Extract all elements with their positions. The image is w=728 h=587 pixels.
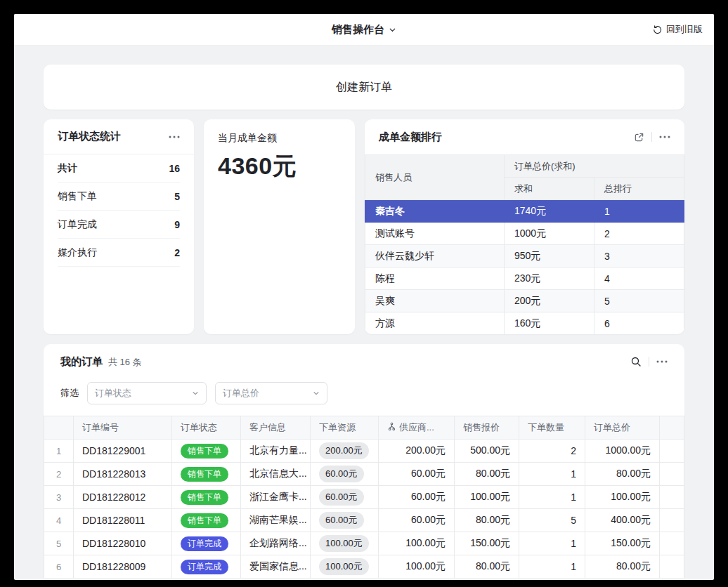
filter-select-2[interactable]: 订单总价 bbox=[215, 382, 327, 404]
order-id: DD181228013 bbox=[74, 463, 172, 486]
supplier-price: 100.00元 bbox=[379, 532, 455, 555]
row-stub bbox=[660, 440, 684, 463]
resource-pill: 100.00元 bbox=[319, 558, 369, 575]
order-quantity: 5 bbox=[519, 509, 585, 532]
row-stub bbox=[660, 532, 684, 555]
ranking-row[interactable]: 测试账号1000元2 bbox=[365, 223, 684, 245]
table-row[interactable]: 1DD181229001销售下单北京有力量...200.00元200.00元50… bbox=[44, 440, 684, 463]
order-status: 订单完成 bbox=[172, 532, 241, 555]
filter-placeholder: 订单状态 bbox=[95, 387, 131, 400]
status-label: 销售下单 bbox=[58, 190, 97, 203]
order-resource: 60.00元 bbox=[311, 463, 379, 486]
sales-quote: 150.00元 bbox=[455, 532, 519, 555]
search-icon[interactable] bbox=[630, 356, 642, 367]
rank-position: 4 bbox=[594, 268, 684, 290]
rank-position: 6 bbox=[594, 312, 684, 335]
ranking-row[interactable]: 方源160元6 bbox=[365, 312, 684, 335]
order-quantity: 1 bbox=[519, 532, 585, 555]
table-row[interactable]: 4DD181228011销售下单湖南芒果娱...60.00元60.00元80.0… bbox=[44, 509, 684, 532]
order-id: DD181228010 bbox=[74, 532, 172, 555]
row-number: 5 bbox=[44, 532, 74, 555]
ranking-col-salesperson[interactable]: 销售人员 bbox=[365, 155, 505, 200]
column-header[interactable]: 订单状态 bbox=[172, 416, 241, 440]
column-row-number bbox=[44, 416, 74, 440]
resource-pill: 60.00元 bbox=[319, 466, 364, 482]
column-header[interactable]: 订单总价 bbox=[585, 416, 660, 440]
table-row[interactable]: 5DD181228010订单完成企划路网络...100.00元100.00元15… bbox=[44, 532, 684, 555]
create-order-button[interactable]: 创建新订单 bbox=[44, 65, 684, 110]
column-header[interactable]: 下单资源 bbox=[311, 416, 379, 440]
rank-position: 3 bbox=[594, 245, 684, 268]
icon-divider bbox=[651, 132, 652, 142]
status-badge: 销售下单 bbox=[181, 513, 228, 528]
status-value: 16 bbox=[169, 163, 180, 174]
ranking-col-total[interactable]: 订单总价(求和) bbox=[505, 155, 684, 178]
order-total: 80.00元 bbox=[585, 463, 660, 486]
order-status: 订单完成 bbox=[172, 555, 241, 579]
resource-pill: 60.00元 bbox=[319, 489, 364, 506]
column-header[interactable]: 供应商... bbox=[379, 416, 455, 440]
row-number: 6 bbox=[44, 555, 74, 579]
order-id: DD181228011 bbox=[74, 509, 172, 532]
status-badge: 订单完成 bbox=[181, 560, 228, 574]
filter-select-1[interactable]: 订单状态 bbox=[87, 382, 207, 404]
supplier-price: 200.00元 bbox=[379, 440, 455, 463]
resource-pill: 100.00元 bbox=[319, 535, 369, 552]
more-icon[interactable] bbox=[656, 360, 668, 363]
more-icon[interactable] bbox=[659, 136, 670, 138]
column-header[interactable]: 订单编号 bbox=[74, 416, 172, 440]
status-row[interactable]: 销售下单5 bbox=[58, 183, 180, 211]
order-quantity: 2 bbox=[519, 440, 585, 463]
ranking-row[interactable]: 伙伴云魏少轩950元3 bbox=[365, 245, 684, 268]
rank-name: 方源 bbox=[365, 312, 505, 335]
ranking-table: 销售人员 订单总价(求和) 求和 总排行 秦吉冬1740元1测试账号1000元2… bbox=[365, 154, 684, 334]
row-stub bbox=[660, 463, 684, 486]
table-row[interactable]: 6DD181228009订单完成爱国家信息...100.00元100.00元80… bbox=[44, 555, 684, 579]
ranking-col-sum[interactable]: 求和 bbox=[505, 178, 594, 200]
status-label: 共计 bbox=[58, 162, 77, 175]
column-label: 订单总价 bbox=[594, 422, 630, 433]
status-label: 订单完成 bbox=[58, 218, 97, 231]
column-label: 下单数量 bbox=[528, 422, 564, 433]
table-row[interactable]: 3DD181228012销售下单浙江金鹰卡...60.00元60.00元100.… bbox=[44, 486, 684, 509]
order-status: 销售下单 bbox=[172, 463, 241, 486]
rank-amount: 200元 bbox=[505, 290, 594, 312]
chevron-down-icon bbox=[389, 26, 396, 34]
more-icon[interactable] bbox=[169, 136, 180, 138]
rank-name: 秦吉冬 bbox=[365, 200, 505, 223]
status-badge: 销售下单 bbox=[181, 467, 228, 482]
ranking-row[interactable]: 秦吉冬1740元1 bbox=[365, 200, 684, 223]
table-row[interactable]: 2DD181228013销售下单北京信息大...60.00元60.00元80.0… bbox=[44, 463, 684, 486]
orders-table: 订单编号订单状态客户信息下单资源供应商...销售报价下单数量订单总价 1DD18… bbox=[44, 416, 684, 579]
order-status: 销售下单 bbox=[172, 509, 241, 532]
workspace-title-dropdown[interactable]: 销售操作台 bbox=[332, 23, 396, 37]
column-label: 销售报价 bbox=[463, 422, 500, 433]
row-number: 4 bbox=[44, 509, 74, 532]
column-header[interactable]: 下单数量 bbox=[519, 416, 585, 440]
status-row[interactable]: 媒介执行2 bbox=[58, 239, 180, 267]
status-list: 共计16销售下单5订单完成9媒介执行2 bbox=[44, 154, 194, 267]
orders-table-body: 1DD181229001销售下单北京有力量...200.00元200.00元50… bbox=[44, 440, 684, 579]
filter-placeholder: 订单总价 bbox=[223, 387, 259, 400]
ranking-row[interactable]: 吴爽200元5 bbox=[365, 290, 684, 312]
status-row[interactable]: 订单完成9 bbox=[58, 211, 180, 239]
amount-value: 4360元 bbox=[218, 150, 341, 183]
ranking-col-rank[interactable]: 总排行 bbox=[594, 178, 684, 200]
status-row[interactable]: 共计16 bbox=[58, 154, 180, 183]
order-quantity: 1 bbox=[519, 555, 585, 579]
column-header[interactable]: 销售报价 bbox=[455, 416, 519, 440]
resource-pill: 200.00元 bbox=[319, 442, 369, 459]
order-resource: 100.00元 bbox=[311, 532, 379, 555]
order-resource: 100.00元 bbox=[311, 555, 379, 579]
ranking-row[interactable]: 陈程230元4 bbox=[365, 268, 684, 290]
monthly-amount-card: 当月成单金额 4360元 bbox=[204, 119, 355, 334]
row-stub bbox=[660, 486, 684, 509]
supplier-price: 60.00元 bbox=[379, 486, 455, 509]
customer-info: 爱国家信息... bbox=[241, 555, 311, 579]
sales-quote: 80.00元 bbox=[455, 509, 519, 532]
column-header[interactable]: 客户信息 bbox=[241, 416, 311, 440]
export-icon[interactable] bbox=[634, 132, 644, 143]
rank-position: 5 bbox=[594, 290, 684, 312]
back-to-old-version-link[interactable]: 回到旧版 bbox=[652, 14, 703, 45]
column-label: 订单状态 bbox=[181, 422, 217, 433]
